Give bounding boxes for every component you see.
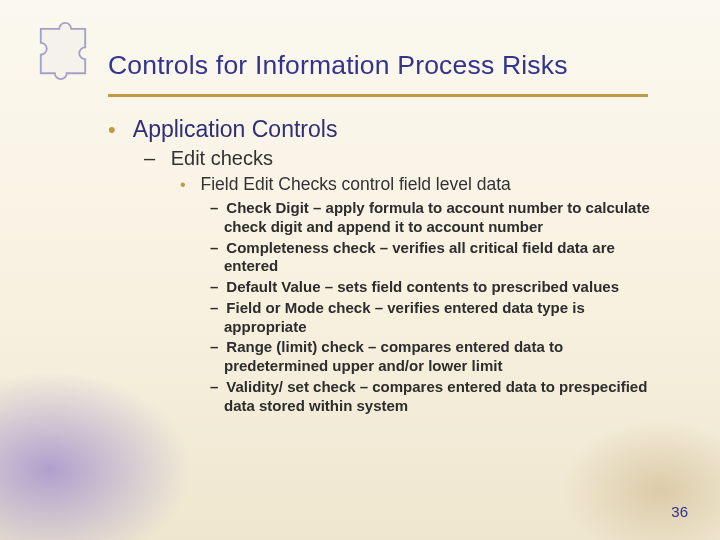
bullet-l1-text: Application Controls [133, 116, 338, 142]
bullet-l2-text: Edit checks [171, 147, 273, 169]
bullet-l4: Default Value – sets field contents to p… [210, 278, 668, 297]
bullet-l4: Range (limit) check – compares entered d… [210, 338, 668, 376]
page-number: 36 [671, 503, 688, 520]
title-underline [108, 94, 648, 97]
slide-title: Controls for Information Process Risks [108, 50, 568, 81]
bullet-l3: Field Edit Checks control field level da… [180, 174, 668, 415]
bullet-l4: Check Digit – apply formula to account n… [210, 199, 668, 237]
bullet-l4: Completeness check – verifies all critic… [210, 239, 668, 277]
bullet-l2: Edit checks Field Edit Checks control fi… [144, 147, 668, 415]
bullet-l4: Validity/ set check – compares entered d… [210, 378, 668, 416]
bullet-l3-text: Field Edit Checks control field level da… [200, 174, 510, 194]
bullet-l1: Application Controls Edit checks Field E… [108, 116, 668, 415]
slide-body: Application Controls Edit checks Field E… [108, 116, 668, 421]
puzzle-icon [26, 14, 100, 88]
bullet-l4: Field or Mode check – verifies entered d… [210, 299, 668, 337]
